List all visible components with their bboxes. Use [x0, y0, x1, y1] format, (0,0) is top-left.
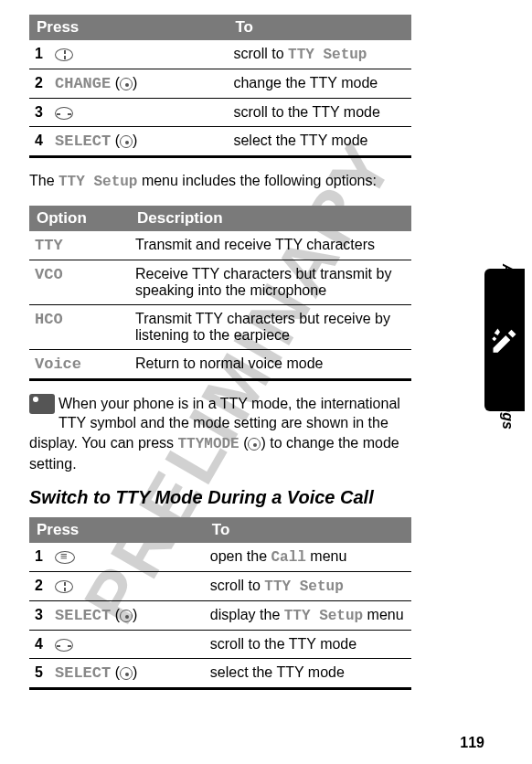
press-to-table-2: Press To 1open the Call menu2scroll to T… — [29, 517, 411, 690]
nav-up-down-icon — [55, 48, 73, 61]
press-cell — [49, 40, 228, 69]
press-cell — [49, 571, 205, 600]
press-cell: CHANGE () — [49, 69, 228, 99]
nav-up-down-icon — [55, 580, 73, 593]
softkey-icon — [248, 438, 261, 451]
softkey-icon — [120, 610, 133, 622]
side-tab — [484, 269, 525, 411]
to-cell: select the TTY mode — [228, 127, 411, 157]
section-heading: Switch to TTY Mode During a Voice Call — [29, 487, 411, 508]
ttymode-ref: TTYMODE — [177, 436, 239, 452]
mono-ref: TTY Setup — [264, 578, 343, 595]
option-description: Receive TTY characters but transmit by s… — [130, 260, 411, 304]
col-header-to-2: To — [205, 517, 411, 543]
table-row: 2CHANGE ()change the TTY mode — [29, 69, 411, 99]
table-row: 4scroll to the TTY mode — [29, 630, 411, 658]
nav-left-right-icon — [55, 107, 73, 120]
step-number: 4 — [29, 127, 49, 157]
to-cell: select the TTY mode — [205, 658, 411, 688]
press-cell: SELECT () — [49, 658, 205, 688]
nav-left-right-icon — [55, 639, 73, 652]
table-row: 4SELECT ()select the TTY mode — [29, 127, 411, 157]
page-content: Press To 1scroll to TTY Setup2CHANGE ()c… — [0, 0, 466, 690]
table-row: 1open the Call menu — [29, 543, 411, 572]
softkey-label: SELECT — [55, 607, 111, 624]
softkey-icon — [120, 135, 133, 148]
option-description: Transmit and receive TTY characters — [130, 231, 411, 260]
table-row: TTYTransmit and receive TTY characters — [29, 231, 411, 260]
option-name: HCO — [29, 304, 130, 349]
softkey-label: SELECT — [55, 664, 111, 682]
to-cell: scroll to TTY Setup — [228, 40, 411, 69]
press-to-table-1: Press To 1scroll to TTY Setup2CHANGE ()c… — [29, 15, 411, 158]
to-cell: open the Call menu — [205, 543, 411, 572]
softkey-label: CHANGE — [55, 75, 111, 92]
tty-setup-ref: TTY Setup — [59, 174, 137, 190]
settings-icon — [491, 326, 518, 354]
softkey-label: SELECT — [55, 133, 111, 150]
mono-ref: Call — [271, 549, 306, 566]
col-header-press-2: Press — [29, 517, 205, 543]
step-number: 5 — [29, 658, 49, 688]
step-number: 1 — [29, 40, 49, 69]
note-paragraph: When your phone is in a TTY mode, the in… — [29, 394, 411, 474]
option-description-table: Option Description TTYTransmit and recei… — [29, 206, 411, 381]
table-row: VoiceReturn to normal voice mode — [29, 349, 411, 379]
intro-paragraph: The TTY Setup menu includes the followin… — [29, 171, 411, 193]
option-description: Return to normal voice mode — [130, 349, 411, 379]
step-number: 1 — [29, 543, 49, 572]
step-number: 3 — [29, 99, 49, 127]
to-cell: display the TTY Setup menu — [205, 600, 411, 630]
option-description: Transmit TTY characters but receive by l… — [130, 304, 411, 349]
to-cell: scroll to the TTY mode — [228, 99, 411, 127]
step-number: 3 — [29, 600, 49, 630]
step-number: 4 — [29, 630, 49, 658]
table-row: 5SELECT ()select the TTY mode — [29, 658, 411, 688]
option-name: Voice — [29, 349, 130, 379]
mono-ref: TTY Setup — [288, 47, 367, 63]
press-cell — [49, 630, 205, 658]
col-header-to: To — [228, 15, 411, 40]
table-row: 3scroll to the TTY mode — [29, 99, 411, 127]
col-header-option: Option — [29, 206, 130, 231]
col-header-press: Press — [29, 15, 228, 40]
step-number: 2 — [29, 571, 49, 600]
page-number: 119 — [460, 735, 484, 751]
to-cell: change the TTY mode — [228, 69, 411, 99]
to-cell: scroll to the TTY mode — [205, 630, 411, 658]
note-icon — [29, 394, 55, 414]
table-row: VCOReceive TTY characters but transmit b… — [29, 260, 411, 304]
table-row: 3SELECT ()display the TTY Setup menu — [29, 600, 411, 630]
step-number: 2 — [29, 69, 49, 99]
softkey-icon — [120, 78, 133, 90]
option-name: TTY — [29, 231, 130, 260]
table-row: 2scroll to TTY Setup — [29, 571, 411, 600]
table-row: 1scroll to TTY Setup — [29, 40, 411, 69]
to-cell: scroll to TTY Setup — [205, 571, 411, 600]
table-row: HCOTransmit TTY characters but receive b… — [29, 304, 411, 349]
press-cell: SELECT () — [49, 600, 205, 630]
mono-ref: TTY Setup — [284, 608, 363, 624]
press-cell: SELECT () — [49, 127, 228, 157]
col-header-description: Description — [130, 206, 411, 231]
press-cell — [49, 543, 205, 572]
softkey-icon — [120, 667, 133, 680]
press-cell — [49, 99, 228, 127]
option-name: VCO — [29, 260, 130, 304]
menu-key-icon — [55, 551, 75, 564]
